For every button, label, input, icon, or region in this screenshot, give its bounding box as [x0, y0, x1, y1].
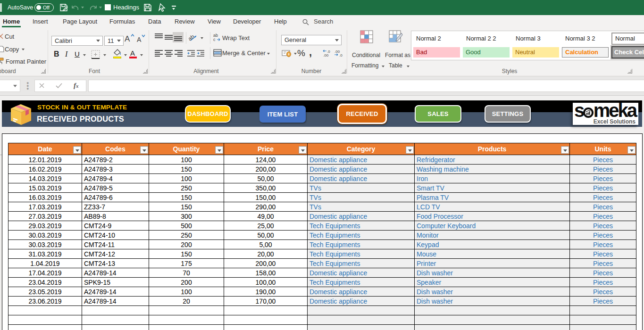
svg-text:.00: .00 [323, 53, 329, 57]
svg-text:ab: ab [189, 34, 196, 41]
svg-text:.0: .0 [339, 53, 343, 57]
svg-text:c: c [213, 37, 216, 41]
